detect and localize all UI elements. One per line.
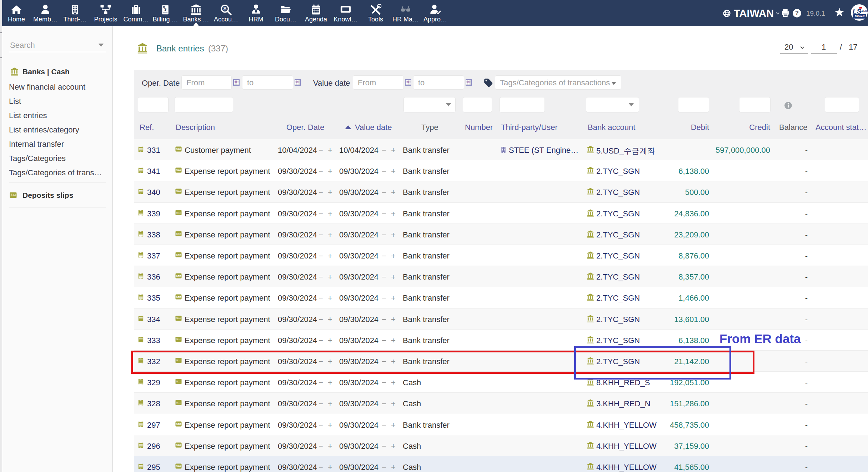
- svg-text:$: $: [176, 253, 178, 256]
- svg-text:?: ?: [795, 10, 799, 16]
- svg-text:$: $: [176, 232, 178, 235]
- svg-text:$: $: [176, 295, 178, 298]
- svg-text:$: $: [176, 211, 178, 214]
- svg-text:$: $: [176, 316, 178, 320]
- svg-text:$: $: [176, 465, 178, 468]
- svg-text:$: $: [224, 6, 227, 11]
- svg-text:$: $: [11, 194, 12, 197]
- svg-text:$: $: [176, 169, 178, 172]
- svg-text:$: $: [164, 7, 166, 11]
- svg-text:$: $: [176, 422, 178, 425]
- svg-text:$: $: [176, 380, 178, 383]
- svg-text:$: $: [176, 274, 178, 277]
- svg-text:$: $: [176, 443, 178, 446]
- svg-text:$: $: [176, 337, 178, 341]
- svg-text:$: $: [176, 190, 178, 193]
- svg-text:$: $: [176, 147, 178, 151]
- svg-text:$: $: [176, 401, 178, 404]
